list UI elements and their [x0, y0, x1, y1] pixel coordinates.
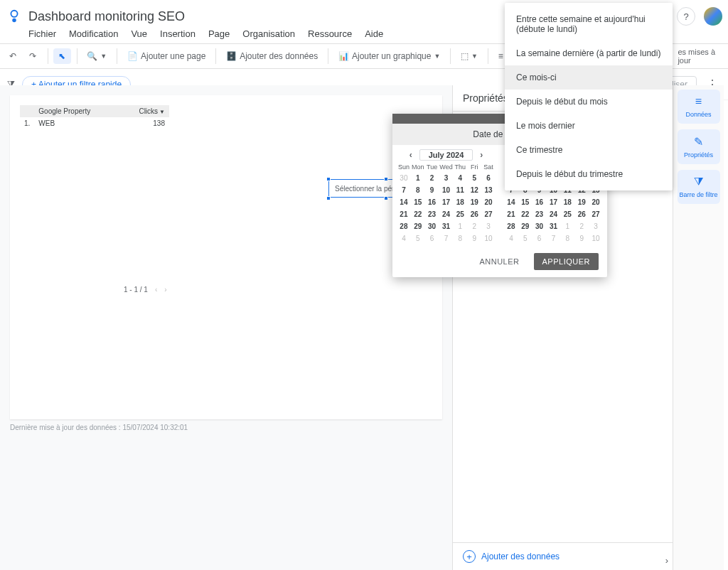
add-data-button[interactable]: 🗄️Ajouter des données: [222, 48, 322, 64]
month-next-icon[interactable]: ›: [477, 150, 486, 160]
calendar-day[interactable]: 10: [589, 232, 603, 244]
calendar-day[interactable]: 14: [397, 196, 411, 208]
preset-quarter-to-date[interactable]: Depuis le début du trimestre: [505, 162, 673, 186]
report-canvas[interactable]: Google Property Clicks▼ 1. WEB 138 1 - 1…: [10, 95, 442, 419]
calendar-day[interactable]: 4: [453, 172, 467, 184]
col-google-property[interactable]: Google Property: [34, 105, 120, 117]
page-title[interactable]: Dashboard monitoring SEO: [28, 9, 185, 24]
calendar-day[interactable]: 16: [425, 196, 439, 208]
selection-handle[interactable]: [326, 196, 331, 200]
menu-file[interactable]: Fichier: [28, 28, 56, 39]
help-icon[interactable]: ?: [677, 7, 695, 26]
calendar-day[interactable]: 17: [439, 196, 454, 208]
calendar-day[interactable]: 15: [411, 196, 425, 208]
calendar-day[interactable]: 3: [481, 220, 496, 232]
calendar-day[interactable]: 3: [589, 220, 603, 232]
calendar-day[interactable]: 1: [411, 172, 425, 184]
calendar-day[interactable]: 9: [574, 232, 589, 244]
menu-resource[interactable]: Ressource: [308, 28, 352, 39]
month-label[interactable]: July 2024: [419, 149, 473, 161]
calendar-day[interactable]: 30: [425, 220, 439, 232]
calendar-day[interactable]: 2: [574, 220, 589, 232]
preset-this-month[interactable]: Ce mois-ci: [505, 65, 673, 90]
rail-data-button[interactable]: ≡ Données: [678, 90, 720, 124]
col-clicks[interactable]: Clicks▼: [120, 105, 169, 117]
calendar-day[interactable]: 1: [453, 220, 467, 232]
calendar-day[interactable]: 2: [467, 220, 481, 232]
calendar-day[interactable]: 18: [453, 196, 467, 208]
calendar-day[interactable]: 9: [467, 232, 481, 244]
preset-this-week[interactable]: Entre cette semaine et aujourd'hui (débu…: [505, 7, 673, 41]
canvas-area[interactable]: Google Property Clicks▼ 1. WEB 138 1 - 1…: [0, 85, 452, 570]
calendar-day[interactable]: 4: [504, 232, 518, 244]
menu-arrange[interactable]: Organisation: [242, 28, 295, 39]
preset-last-month[interactable]: Le mois dernier: [505, 114, 673, 138]
calendar-day[interactable]: 16: [532, 196, 547, 208]
pager-prev-icon[interactable]: ‹: [155, 286, 157, 294]
menu-edit[interactable]: Modification: [69, 28, 118, 39]
calendar-day[interactable]: 9: [425, 184, 439, 196]
calendar-day[interactable]: 27: [481, 208, 496, 220]
calendar-day[interactable]: 25: [453, 208, 467, 220]
calendar-day[interactable]: 8: [560, 232, 574, 244]
selection-handle[interactable]: [384, 177, 388, 181]
calendar-day[interactable]: 29: [518, 220, 532, 232]
calendar-day[interactable]: 20: [481, 196, 496, 208]
calendar-day[interactable]: 30: [397, 172, 411, 184]
chevron-right-icon[interactable]: ›: [665, 555, 668, 566]
avatar[interactable]: [704, 7, 722, 26]
cancel-button[interactable]: ANNULER: [472, 253, 526, 270]
calendar-day[interactable]: 14: [504, 196, 518, 208]
undo-button[interactable]: ↶: [4, 48, 21, 64]
menu-insert[interactable]: Insertion: [160, 28, 196, 39]
calendar-day[interactable]: 25: [560, 208, 574, 220]
calendar-day[interactable]: 26: [574, 208, 589, 220]
calendar-day[interactable]: 23: [532, 208, 547, 220]
calendar-day[interactable]: 8: [453, 232, 467, 244]
add-chart-button[interactable]: 📊Ajouter un graphique▼: [334, 48, 444, 64]
preset-last-week[interactable]: La semaine dernière (à partir de lundi): [505, 41, 673, 65]
calendar-day[interactable]: 31: [547, 220, 561, 232]
calendar-day[interactable]: 2: [425, 172, 439, 184]
add-page-button[interactable]: 📄Ajouter une page: [123, 48, 210, 64]
calendar-day[interactable]: 15: [518, 196, 532, 208]
selection-handle[interactable]: [384, 196, 388, 200]
calendar-day[interactable]: 13: [481, 184, 496, 196]
calendar-day[interactable]: 5: [411, 232, 425, 244]
calendar-day[interactable]: 23: [425, 208, 439, 220]
community-viz-button[interactable]: ⬚▼: [456, 48, 482, 64]
calendar-day[interactable]: 1: [560, 220, 574, 232]
pager-next-icon[interactable]: ›: [164, 286, 166, 294]
calendar-day[interactable]: 19: [574, 196, 589, 208]
selection-handle[interactable]: [326, 177, 331, 181]
calendar-day[interactable]: 20: [589, 196, 603, 208]
redo-button[interactable]: ↷: [24, 48, 41, 64]
calendar-day[interactable]: 18: [560, 196, 574, 208]
calendar-day[interactable]: 24: [547, 208, 561, 220]
calendar-day[interactable]: 21: [504, 208, 518, 220]
calendar-day[interactable]: 22: [518, 208, 532, 220]
calendar-day[interactable]: 10: [439, 184, 454, 196]
add-data-footer-button[interactable]: + Ajouter des données: [453, 542, 673, 570]
preset-month-to-date[interactable]: Depuis le début du mois: [505, 90, 673, 114]
apply-button[interactable]: APPLIQUER: [534, 253, 599, 270]
calendar-day[interactable]: 28: [504, 220, 518, 232]
calendar-day[interactable]: 17: [547, 196, 561, 208]
calendar-day[interactable]: 6: [425, 232, 439, 244]
calendar-day[interactable]: 3: [439, 172, 454, 184]
calendar-day[interactable]: 7: [439, 232, 454, 244]
select-tool[interactable]: ⬉: [53, 48, 70, 64]
calendar-day[interactable]: 27: [589, 208, 603, 220]
rail-properties-button[interactable]: ✎ Propriétés: [678, 129, 720, 164]
preset-this-quarter[interactable]: Ce trimestre: [505, 138, 673, 162]
calendar-day[interactable]: 21: [397, 208, 411, 220]
calendar-day[interactable]: 28: [397, 220, 411, 232]
menu-page[interactable]: Page: [208, 28, 230, 39]
menu-help[interactable]: Aide: [365, 28, 383, 39]
menu-view[interactable]: Vue: [131, 28, 147, 39]
calendar-day[interactable]: 6: [481, 172, 496, 184]
calendar-day[interactable]: 30: [532, 220, 547, 232]
month-prev-icon[interactable]: ‹: [407, 150, 415, 160]
calendar-day[interactable]: 31: [439, 220, 454, 232]
table-row[interactable]: 1. WEB 138: [20, 117, 169, 129]
